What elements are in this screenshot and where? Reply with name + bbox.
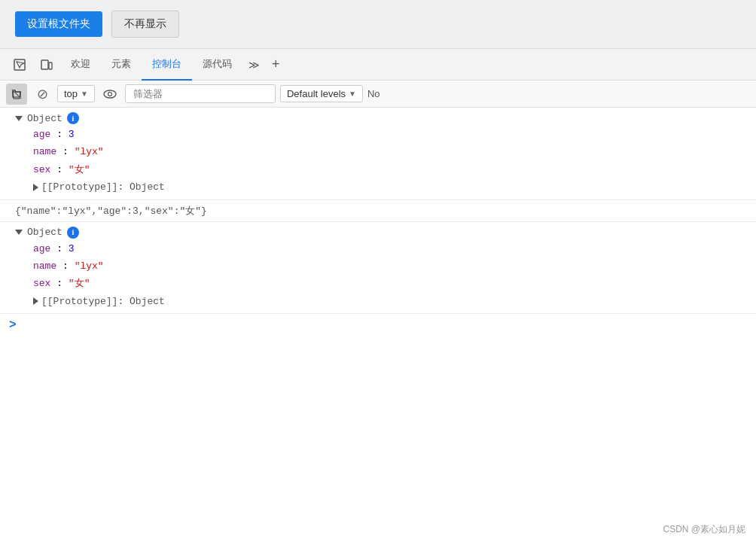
prototype-triangle-2[interactable] — [33, 297, 38, 305]
prototype-triangle-1[interactable] — [33, 184, 38, 191]
prop-sex-1: sex : "女" — [33, 161, 750, 178]
eye-icon[interactable] — [99, 84, 120, 105]
prop-name-1: name : "lyx" — [33, 143, 750, 160]
no-label: No — [367, 88, 380, 99]
object-props-1: age : 3 name : "lyx" sex : "女" [[Prototy… — [15, 124, 750, 196]
object-props-2: age : 3 name : "lyx" sex : "女" [[Prototy… — [15, 239, 750, 311]
prototype-1[interactable]: [[Prototype]]: Object — [33, 178, 750, 196]
collapse-triangle-1[interactable] — [15, 116, 23, 121]
prop-age-1: age : 3 — [33, 126, 750, 143]
levels-selector[interactable]: Default levels ▼ — [280, 85, 363, 102]
levels-arrow-icon: ▼ — [349, 90, 356, 98]
svg-rect-1 — [41, 60, 48, 69]
devtools-tabs-bar: 欢迎 元素 控制台 源代码 ≫ + — [0, 49, 756, 81]
clear-console-button[interactable] — [6, 84, 27, 105]
console-output: Object i age : 3 name : "lyx" sex : "女" … — [0, 108, 756, 542]
add-tab-icon[interactable]: + — [266, 49, 286, 81]
no-show-button[interactable]: 不再显示 — [111, 11, 179, 38]
set-root-button[interactable]: 设置根文件夹 — [15, 11, 102, 37]
tab-welcome[interactable]: 欢迎 — [60, 49, 101, 81]
info-badge-2[interactable]: i — [67, 227, 79, 239]
console-entry-object-1: Object i age : 3 name : "lyx" sex : "女" … — [0, 108, 756, 200]
prototype-2[interactable]: [[Prototype]]: Object — [33, 293, 750, 310]
collapse-triangle-2[interactable] — [15, 230, 23, 235]
no-filter-icon[interactable]: ⊘ — [32, 84, 53, 105]
console-entry-object-2: Object i age : 3 name : "lyx" sex : "女" … — [0, 222, 756, 315]
object-label-2: Object — [27, 227, 62, 238]
prop-name-2: name : "lyx" — [33, 257, 750, 275]
cursor-chevron-icon: > — [9, 318, 17, 332]
context-arrow-icon: ▼ — [81, 90, 88, 98]
info-badge-1[interactable]: i — [67, 112, 79, 124]
context-selector[interactable]: top ▼ — [57, 85, 95, 102]
tab-console[interactable]: 控制台 — [142, 49, 192, 81]
object-header-2[interactable]: Object i — [15, 227, 750, 239]
levels-label: Default levels — [287, 88, 346, 99]
tab-sources[interactable]: 源代码 — [192, 49, 242, 81]
prop-age-2: age : 3 — [33, 240, 750, 257]
inspect-icon[interactable] — [6, 49, 33, 81]
svg-point-3 — [104, 90, 116, 98]
prop-sex-2: sex : "女" — [33, 275, 750, 292]
object-label-1: Object — [27, 113, 62, 124]
console-toolbar: ⊘ top ▼ Default levels ▼ No — [0, 81, 756, 108]
console-cursor-line[interactable]: > — [0, 314, 756, 336]
object-header-1[interactable]: Object i — [15, 112, 750, 124]
device-icon[interactable] — [33, 49, 60, 81]
watermark: CSDN @素心如月妮 — [663, 523, 745, 536]
json-text: {"name":"lyx","age":3,"sex":"女"} — [15, 206, 207, 217]
top-banner: 设置根文件夹 不再显示 — [0, 0, 756, 49]
console-entry-json: {"name":"lyx","age":3,"sex":"女"} — [0, 200, 756, 222]
more-tabs-icon[interactable]: ≫ — [242, 49, 266, 81]
svg-rect-2 — [49, 62, 52, 69]
svg-point-4 — [108, 92, 111, 96]
filter-input[interactable] — [125, 84, 276, 103]
tab-elements[interactable]: 元素 — [101, 49, 142, 81]
context-label: top — [64, 88, 78, 99]
